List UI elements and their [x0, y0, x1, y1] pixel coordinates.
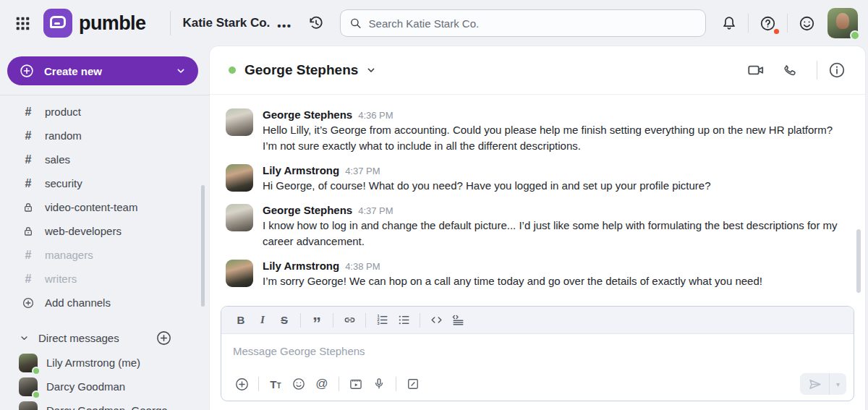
search-bar[interactable]	[340, 9, 706, 37]
user-online-dot	[850, 30, 860, 40]
sidebar-scrollbar[interactable]	[201, 185, 205, 307]
presence-online-dot	[229, 67, 236, 74]
hash-icon: #	[22, 249, 35, 262]
hash-icon: #	[22, 177, 35, 190]
message-row: Lily Armstrong 4:38 PM I’m sorry George!…	[226, 255, 846, 294]
create-new-button[interactable]: Create new	[7, 56, 198, 85]
message-row: George Stephens 4:36 PM Hello Lilly, it’…	[226, 103, 846, 159]
topbar-divider	[170, 11, 171, 35]
dm-group-darcy-george[interactable]: 2 Darcy Goodman, George …	[0, 398, 210, 410]
channel-sales[interactable]: # sales	[0, 148, 210, 171]
brand-wordmark: pumble	[79, 12, 145, 35]
plus-circle-icon	[22, 296, 35, 309]
message-sender[interactable]: Lily Armstrong	[263, 164, 339, 176]
hash-icon: #	[22, 106, 35, 119]
message-sender[interactable]: George Stephens	[263, 204, 352, 216]
avatar: 2	[19, 401, 38, 410]
channel-list: # product # random # sales # security vi…	[0, 95, 210, 315]
message-row: Lily Armstrong 4:37 PM Hi George, of cou…	[226, 159, 846, 199]
status-emoji-icon[interactable]	[795, 12, 819, 35]
notifications-bell-icon[interactable]	[718, 12, 741, 35]
send-options-caret-icon[interactable]: ▾	[829, 373, 846, 395]
video-message-icon[interactable]	[344, 373, 367, 395]
channel-writers[interactable]: # writers	[0, 267, 210, 291]
apps-grid-icon[interactable]	[12, 12, 33, 34]
attach-plus-icon[interactable]	[230, 373, 253, 395]
message-timestamp: 4:36 PM	[358, 110, 393, 121]
message-row: George Stephens 4:37 PM I know how to lo…	[226, 199, 846, 255]
bold-icon[interactable]: B	[230, 310, 252, 330]
code-block-icon[interactable]	[447, 310, 469, 330]
hash-icon: #	[22, 129, 35, 142]
avatar[interactable]	[226, 260, 253, 287]
channel-random[interactable]: # random	[0, 124, 210, 148]
chat-header: George Stephens	[210, 46, 865, 95]
hash-icon: #	[22, 153, 35, 166]
pumble-logo-icon[interactable]	[43, 9, 72, 38]
channel-video-content-team[interactable]: video-content-team	[0, 195, 210, 219]
workspace-menu-icon[interactable]: •••	[277, 20, 292, 32]
message-timestamp: 4:37 PM	[358, 205, 393, 216]
italic-icon[interactable]: I	[252, 310, 273, 330]
message-text: Hi George, of course! What do you need? …	[263, 178, 711, 194]
collapse-chevron-icon[interactable]	[19, 333, 30, 343]
shortcuts-slash-icon[interactable]	[401, 373, 425, 395]
avatar[interactable]	[226, 108, 253, 136]
history-icon[interactable]	[304, 12, 327, 35]
formatting-toolbar: B I S ” 123	[221, 307, 854, 334]
conversation-info-icon[interactable]	[825, 58, 849, 82]
add-dm-icon[interactable]	[156, 330, 172, 346]
chat-panel: George Stephens	[210, 46, 865, 410]
strikethrough-icon[interactable]: S	[273, 310, 295, 330]
bullet-list-icon[interactable]	[393, 310, 414, 330]
message-text: Hello Lilly, it’s George from accounting…	[263, 122, 845, 154]
send-icon[interactable]	[800, 373, 829, 395]
lock-icon	[22, 202, 35, 213]
avatar[interactable]	[226, 164, 253, 192]
online-dot	[32, 390, 41, 399]
message-composer: B I S ” 123	[221, 306, 854, 401]
voice-call-icon[interactable]	[778, 59, 801, 82]
channel-product[interactable]: # product	[0, 100, 210, 124]
search-icon	[349, 17, 362, 30]
chat-scrollbar[interactable]	[856, 229, 861, 293]
avatar	[19, 354, 38, 372]
dm-darcy-goodman[interactable]: Darcy Goodman	[0, 375, 210, 398]
chevron-down-icon[interactable]	[365, 64, 377, 76]
svg-text:3: 3	[377, 321, 379, 325]
workspace-name[interactable]: Katie Stark Co.	[182, 16, 270, 30]
video-call-icon[interactable]	[744, 58, 768, 82]
dm-lily-armstrong[interactable]: Lily Armstrong (me)	[0, 351, 210, 375]
help-alert-badge	[773, 27, 780, 35]
message-timestamp: 4:37 PM	[345, 166, 380, 176]
send-button-group: ▾	[800, 373, 846, 395]
chevron-down-icon	[175, 65, 187, 77]
message-sender[interactable]: George Stephens	[263, 108, 352, 121]
channel-managers[interactable]: # managers	[0, 243, 210, 267]
channel-security[interactable]: # security	[0, 171, 210, 195]
text-format-icon[interactable]: TT	[264, 373, 287, 395]
chat-title[interactable]: George Stephens	[244, 62, 358, 78]
message-sender[interactable]: Lily Armstrong	[263, 260, 339, 272]
direct-messages-header: Direct messages	[0, 325, 210, 351]
channel-web-developers[interactable]: web-developers	[0, 219, 210, 243]
sidebar: Create new # product # random # sales # …	[0, 46, 210, 410]
add-channels-button[interactable]: Add channels	[0, 291, 210, 315]
topbar: pumble Katie Stark Co. •••	[0, 0, 868, 46]
avatar	[19, 377, 38, 396]
blockquote-icon[interactable]: ”	[306, 310, 328, 330]
search-input[interactable]	[369, 17, 697, 30]
message-text: I know how to log in and change the defa…	[263, 218, 845, 249]
avatar[interactable]	[226, 204, 253, 231]
online-dot	[32, 367, 41, 375]
ordered-list-icon[interactable]: 123	[371, 310, 393, 330]
inline-code-icon[interactable]	[425, 310, 447, 330]
emoji-icon[interactable]	[287, 373, 310, 395]
user-avatar[interactable]	[827, 8, 858, 38]
link-icon[interactable]	[339, 310, 360, 330]
message-list: George Stephens 4:36 PM Hello Lilly, it’…	[210, 95, 865, 302]
mention-icon[interactable]: @	[310, 373, 333, 395]
message-text: I’m sorry George! We can hop on a call a…	[263, 273, 762, 289]
audio-message-mic-icon[interactable]	[367, 373, 391, 395]
message-input[interactable]	[233, 345, 842, 357]
